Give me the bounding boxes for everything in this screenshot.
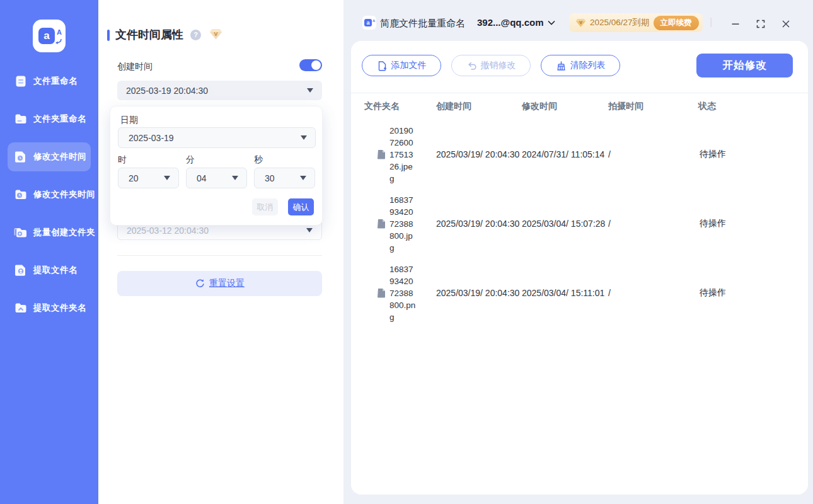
table-header: 文件夹名 创建时间 修改时间 拍摄时间 状态 <box>351 93 808 120</box>
modify-file-time-icon <box>14 150 28 164</box>
help-icon[interactable]: ? <box>190 30 201 40</box>
cancel-button[interactable]: 取消 <box>252 198 278 215</box>
maximize-icon <box>756 19 766 29</box>
file-list-card: 添加文件 撤销修改 清除列表 开始修改 文件夹名 创建时间 修改时间 拍摄时间 … <box>351 41 808 495</box>
column-modify-time: 修改时间 <box>522 101 608 112</box>
renew-button[interactable]: 立即续费 <box>654 16 699 30</box>
sidebar-item-label: 修改文件时间 <box>33 151 86 163</box>
table-row[interactable]: 168379342072388800.jpg 2025/03/19/ 20:04… <box>351 189 808 258</box>
add-files-label: 添加文件 <box>391 60 427 71</box>
start-modify-button[interactable]: 开始修改 <box>696 54 793 77</box>
settings-panel: 文件时间属性 ? V 创建时间 2025-03-19 20:04:30 2025… <box>98 0 343 504</box>
extract-filename-icon <box>14 263 28 277</box>
file-name: 20190726001751326.jpeg <box>389 125 416 185</box>
minimize-icon <box>730 19 741 29</box>
sidebar-item-folder-rename[interactable]: 文件夹重命名 <box>8 105 91 134</box>
status-value: 待操作 <box>698 287 808 299</box>
caret-down-icon <box>307 88 313 93</box>
header-separator: | <box>710 16 712 28</box>
sidebar-item-label: 文件夹重命名 <box>33 113 86 125</box>
status-value: 待操作 <box>698 149 808 160</box>
date-label: 日期 <box>120 115 138 126</box>
sidebar-item-batch-create-folder[interactable]: 批量创建文件夹 <box>8 218 91 247</box>
table-row[interactable]: 168379342072388800.png 2025/03/19/ 20:04… <box>351 258 808 328</box>
hour-label: 时 <box>118 154 127 166</box>
minute-dropdown-value: 04 <box>187 173 232 183</box>
clear-list-label: 清除列表 <box>570 60 606 71</box>
minimize-button[interactable] <box>729 17 742 31</box>
hour-dropdown-value: 20 <box>118 173 164 183</box>
expiry-date: 2025/06/27到期 <box>590 17 650 28</box>
date-dropdown[interactable]: 2025-03-19 <box>118 127 316 148</box>
caret-down-icon <box>232 176 238 180</box>
batch-create-folder-icon <box>14 226 28 239</box>
logo-capital-a-icon: A <box>372 19 375 23</box>
subscription-badge: V 2025/06/27到期 立即续费 <box>569 13 703 32</box>
logo-a-icon: a <box>38 28 55 44</box>
clear-list-button[interactable]: 清除列表 <box>541 55 620 76</box>
hour-dropdown[interactable]: 20 <box>118 168 179 188</box>
sidebar-item-extract-foldername[interactable]: 提取文件夹名 <box>8 294 91 323</box>
table-body: 20190726001751326.jpeg 2025/03/19/ 20:04… <box>351 120 808 328</box>
maximize-button[interactable] <box>754 17 768 31</box>
close-button[interactable] <box>779 17 793 31</box>
sidebar-item-modify-folder-time[interactable]: 修改文件夹时间 <box>8 180 91 209</box>
shoot-time-value: / <box>608 219 698 229</box>
second-dropdown[interactable]: 30 <box>254 168 315 188</box>
status-value: 待操作 <box>698 218 808 229</box>
undo-label: 撤销修改 <box>481 60 516 71</box>
header-app-icon: a A <box>362 16 376 30</box>
create-time-dropdown[interactable]: 2025-03-19 20:04:30 <box>117 81 322 100</box>
app-title: 简鹿文件批量重命名 <box>380 18 465 30</box>
modify-time-value: 2024/07/31/ 11:05:14 <box>522 149 604 159</box>
reset-settings-label: 重置设置 <box>209 278 245 289</box>
file-name: 168379342072388800.png <box>389 263 416 323</box>
logo-a-icon: a <box>364 19 372 26</box>
file-icon <box>377 149 385 159</box>
sidebar-item-file-rename[interactable]: 文件重命名 <box>8 67 91 96</box>
modify-time-dropdown-value: 2025-03-12 20:04:30 <box>118 226 306 236</box>
column-create-time: 创建时间 <box>436 101 522 112</box>
caret-down-icon <box>300 176 306 180</box>
sidebar-item-modify-file-time[interactable]: 修改文件时间 <box>8 142 91 171</box>
add-files-button[interactable]: 添加文件 <box>362 55 441 76</box>
undo-icon <box>466 60 477 71</box>
extract-foldername-icon <box>14 301 28 315</box>
caret-down-icon <box>306 228 313 232</box>
chevron-down-icon <box>548 20 555 25</box>
table-row[interactable]: 20190726001751326.jpeg 2025/03/19/ 20:04… <box>351 120 808 189</box>
sidebar-item-label: 批量创建文件夹 <box>33 227 95 238</box>
sidebar-nav: 文件重命名 文件夹重命名 修改文件时间 修改文件夹时间 批量创建文件夹 提取文件… <box>8 67 91 323</box>
second-label: 秒 <box>254 154 263 166</box>
sidebar-item-extract-filename[interactable]: 提取文件名 <box>8 256 91 285</box>
close-icon <box>781 19 791 29</box>
add-file-icon <box>377 60 388 71</box>
date-dropdown-value: 2025-03-19 <box>118 133 301 143</box>
sidebar-item-label: 修改文件夹时间 <box>33 189 95 200</box>
create-time-value: 2025/03/19/ 20:04:30 <box>436 149 519 159</box>
second-dropdown-value: 30 <box>255 173 300 183</box>
confirm-button[interactable]: 确认 <box>288 198 314 215</box>
vip-diamond-icon: V <box>209 28 222 40</box>
refresh-icon <box>195 278 205 289</box>
file-icon <box>377 219 385 229</box>
toggle-knob <box>311 60 321 70</box>
sidebar-item-label: 提取文件夹名 <box>33 302 86 314</box>
reset-settings-button[interactable]: 重置设置 <box>117 271 322 296</box>
modify-folder-time-icon <box>14 188 28 202</box>
create-time-value: 2025/03/19/ 20:04:30 <box>436 288 519 298</box>
undo-button[interactable]: 撤销修改 <box>451 55 531 76</box>
file-icon <box>377 288 385 298</box>
account-menu[interactable]: 392...@qq.com <box>477 17 555 28</box>
create-time-toggle[interactable] <box>299 59 322 71</box>
app-logo: a A <box>33 20 66 52</box>
sidebar: a A 文件重命名 文件夹重命名 修改文件时间 修改文件夹时间 批量创建文件夹 … <box>0 0 98 504</box>
file-rename-icon <box>14 74 28 88</box>
broom-icon <box>556 60 567 71</box>
create-time-value: 2025/03/19/ 20:04:30 <box>436 219 519 229</box>
column-shoot-time: 拍摄时间 <box>608 101 698 112</box>
file-name: 168379342072388800.jpg <box>389 194 416 254</box>
minute-dropdown[interactable]: 04 <box>186 168 247 188</box>
logo-capital-a-icon: A <box>57 28 62 36</box>
caret-down-icon <box>301 135 307 140</box>
